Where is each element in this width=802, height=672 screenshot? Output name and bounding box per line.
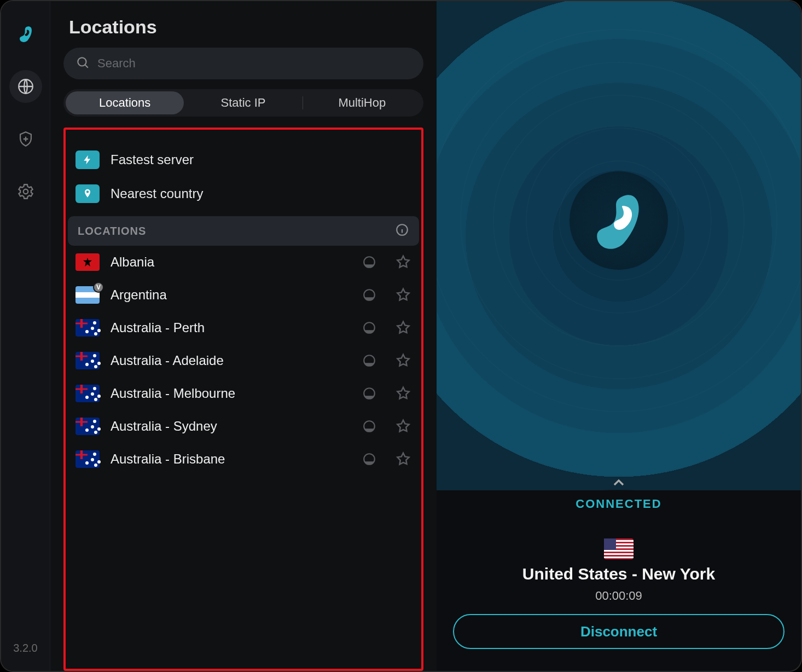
country-name: Argentina	[111, 287, 351, 303]
surfshark-logo-icon	[569, 171, 668, 270]
locations-section-header: LOCATIONS	[68, 216, 419, 246]
disconnect-button[interactable]: Disconnect	[453, 614, 784, 649]
country-name: Albania	[111, 254, 351, 270]
location-tabs: Locations Static IP MultiHop	[63, 89, 423, 117]
locations-list-highlight: Fastest server Nearest country LOCATIONS…	[63, 128, 423, 671]
flag-icon: V	[75, 286, 100, 304]
load-indicator-icon	[362, 255, 376, 269]
virtual-badge: V	[93, 282, 104, 293]
fastest-server-row[interactable]: Fastest server	[66, 143, 421, 177]
connected-flag-icon	[604, 538, 634, 559]
version-label: 3.2.0	[13, 642, 37, 654]
flag-icon	[75, 385, 100, 402]
flag-icon	[75, 450, 100, 468]
chevron-up-icon	[610, 474, 627, 494]
favorite-star-icon[interactable]	[395, 320, 411, 336]
bolt-icon	[75, 150, 100, 169]
nearest-country-label: Nearest country	[111, 186, 203, 201]
nav-settings-icon[interactable]	[9, 175, 42, 208]
connection-card: United States - New York 00:00:09 Discon…	[437, 529, 801, 671]
info-icon[interactable]	[395, 223, 409, 239]
locations-section-label: LOCATIONS	[78, 225, 146, 237]
country-row[interactable]: Australia - Melbourne	[66, 377, 421, 410]
connection-status-label: CONNECTED	[576, 497, 661, 511]
flag-icon	[75, 253, 100, 271]
nearest-country-row[interactable]: Nearest country	[66, 177, 421, 211]
fastest-server-label: Fastest server	[111, 152, 194, 167]
nav-rail: 3.2.0	[1, 1, 50, 671]
favorite-star-icon[interactable]	[395, 451, 411, 467]
country-name: Australia - Brisbane	[111, 451, 351, 467]
status-drawer-handle[interactable]: CONNECTED	[437, 490, 801, 529]
country-row[interactable]: Australia - Adelaide	[66, 344, 421, 377]
load-indicator-icon	[362, 321, 376, 335]
country-name: Australia - Adelaide	[111, 353, 351, 368]
flag-icon	[75, 319, 100, 337]
load-indicator-icon	[362, 386, 376, 401]
connection-radar	[437, 1, 801, 523]
nav-shield-icon[interactable]	[9, 123, 42, 155]
app-window: 3.2.0 Locations Locations Static IP Mult…	[0, 0, 802, 672]
favorite-star-icon[interactable]	[395, 254, 411, 270]
status-panel: CONNECTED United States - New York 00:00…	[437, 1, 801, 671]
logo-icon[interactable]	[9, 18, 42, 50]
country-row[interactable]: Australia - Perth	[66, 311, 421, 344]
connection-timer: 00:00:09	[595, 589, 642, 603]
country-row[interactable]: Australia - Sydney	[66, 410, 421, 443]
connected-location-name: United States - New York	[522, 565, 715, 583]
svg-point-2	[78, 57, 86, 66]
favorite-star-icon[interactable]	[395, 287, 411, 303]
nav-locations-icon[interactable]	[9, 70, 42, 103]
search-icon	[75, 55, 90, 72]
favorite-star-icon[interactable]	[395, 352, 411, 369]
favorite-star-icon[interactable]	[395, 385, 411, 402]
flag-icon	[75, 418, 100, 435]
search-input[interactable]	[97, 56, 411, 71]
load-indicator-icon	[362, 419, 376, 433]
country-row[interactable]: Albania	[66, 246, 421, 279]
country-row[interactable]: Australia - Brisbane	[66, 443, 421, 476]
load-indicator-icon	[362, 288, 376, 302]
tab-static-ip[interactable]: Static IP	[184, 91, 302, 114]
load-indicator-icon	[362, 354, 376, 368]
country-name: Australia - Perth	[111, 320, 351, 335]
tab-locations[interactable]: Locations	[66, 91, 184, 114]
country-name: Australia - Sydney	[111, 419, 351, 434]
locations-panel: Locations Locations Static IP MultiHop F…	[50, 1, 437, 671]
country-list: AlbaniaVArgentinaAustralia - PerthAustra…	[66, 246, 421, 476]
country-row[interactable]: VArgentina	[66, 279, 421, 311]
flag-icon	[75, 352, 100, 369]
load-indicator-icon	[362, 452, 376, 466]
pin-icon	[75, 184, 100, 203]
country-name: Australia - Melbourne	[111, 386, 351, 401]
search-field[interactable]	[63, 48, 423, 79]
panel-title: Locations	[63, 16, 423, 38]
favorite-star-icon[interactable]	[395, 418, 411, 435]
svg-point-1	[23, 189, 28, 194]
tab-multihop[interactable]: MultiHop	[303, 91, 421, 114]
